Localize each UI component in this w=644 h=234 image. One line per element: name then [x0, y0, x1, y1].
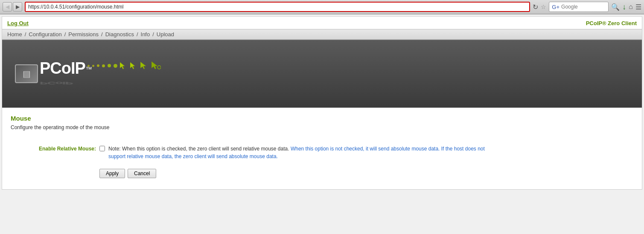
nav-sep-4: / — [137, 31, 138, 38]
enable-relative-mouse-checkbox[interactable] — [99, 146, 105, 151]
logo-container: ▤ — [15, 64, 38, 83]
apply-button[interactable]: Apply — [99, 169, 125, 178]
logo-text-group: PCoIP™ PCoIP — [40, 59, 92, 89]
logo-reflection: PCoIP — [40, 81, 92, 85]
enable-relative-mouse-row: Enable Relative Mouse: Note: When this o… — [36, 145, 633, 160]
note-highlight: When this option is not checked, it will… — [108, 146, 485, 159]
browser-chrome: ◀ ▶ ↻ ☆ G+ 🔍 ↓ ⌂ ☰ — [0, 0, 644, 14]
search-magnifier-icon[interactable]: 🔍 — [611, 3, 620, 11]
svg-marker-1 — [130, 62, 135, 69]
nav-sep-2: / — [64, 31, 66, 38]
top-bar: Log Out PCoIP® Zero Client — [2, 17, 642, 29]
section-title: Mouse — [11, 115, 633, 122]
svg-marker-3 — [152, 61, 157, 69]
search-input[interactable] — [561, 4, 604, 10]
app-title: PCoIP® Zero Client — [586, 20, 637, 26]
cancel-button[interactable]: Cancel — [128, 169, 156, 178]
download-icon[interactable]: ↓ — [622, 3, 626, 12]
nav-info[interactable]: Info — [141, 31, 150, 38]
form-area: Enable Relative Mouse: Note: When this o… — [11, 141, 633, 182]
cursor-icon-2 — [130, 62, 138, 69]
form-note-text: Note: When this option is checked, the z… — [108, 146, 485, 159]
pcoip-logo: ▤ PCoIP™ PCoIP — [15, 59, 92, 89]
svg-marker-0 — [120, 62, 125, 69]
star-icon[interactable]: ☆ — [541, 3, 546, 10]
svg-point-4 — [157, 66, 161, 69]
back-button[interactable]: ◀ — [3, 2, 12, 12]
dots-decoration — [87, 61, 161, 70]
logo-text: PCoIP — [40, 59, 85, 77]
forward-button[interactable]: ▶ — [13, 2, 22, 12]
address-bar-container[interactable] — [25, 2, 530, 12]
nav-configuration[interactable]: Configuration — [29, 31, 61, 38]
nav-sep-3: / — [101, 31, 103, 38]
home-icon[interactable]: ⌂ — [629, 3, 633, 11]
cursor-icon-1 — [120, 62, 128, 69]
reload-button[interactable]: ↻ — [533, 3, 538, 11]
button-row: Apply Cancel — [99, 169, 633, 178]
search-bar[interactable]: G+ — [549, 2, 609, 12]
cursor-icon-3 — [140, 62, 149, 69]
address-bar[interactable] — [28, 4, 527, 10]
nav-buttons: ◀ ▶ — [3, 2, 22, 12]
section-desc: Configure the operating mode of the mous… — [11, 124, 633, 130]
hero-banner: ▤ PCoIP™ PCoIP — [2, 40, 642, 108]
nav-sep-5: / — [152, 31, 154, 38]
monitor-icon: ▤ — [23, 69, 31, 79]
menu-icon[interactable]: ☰ — [635, 3, 641, 11]
enable-relative-mouse-label: Enable Relative Mouse: — [36, 145, 96, 152]
page-frame: Log Out PCoIP® Zero Client Home / Config… — [2, 16, 642, 190]
search-icon: G+ — [552, 4, 559, 10]
nav-home[interactable]: Home — [7, 31, 22, 38]
nav-permissions[interactable]: Permissions — [68, 31, 99, 38]
nav-sep-1: / — [25, 31, 26, 38]
form-note: Note: When this option is checked, the z… — [108, 145, 492, 160]
log-out-link[interactable]: Log Out — [7, 20, 29, 26]
logo-icon: ▤ — [15, 64, 38, 83]
nav-upload[interactable]: Upload — [157, 31, 174, 38]
svg-marker-2 — [140, 62, 146, 69]
nav-bar: Home / Configuration / Permissions / Dia… — [2, 29, 642, 40]
nav-diagnostics[interactable]: Diagnostics — [105, 31, 134, 38]
browser-toolbar: ◀ ▶ ↻ ☆ G+ 🔍 ↓ ⌂ ☰ — [0, 0, 644, 14]
cursor-icon-4 — [152, 61, 161, 70]
content-area: Mouse Configure the operating mode of th… — [2, 108, 642, 189]
